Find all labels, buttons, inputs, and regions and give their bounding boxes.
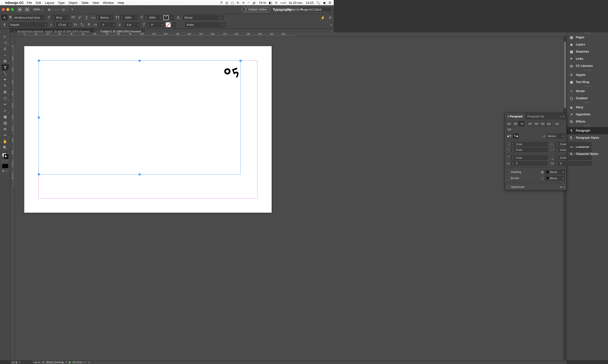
screen-mode-preview[interactable]: ▢ xyxy=(5,169,9,172)
app-name[interactable]: InDesign CC xyxy=(5,1,24,4)
pen-tool[interactable]: ✒ xyxy=(2,77,9,83)
menu-help[interactable]: Help xyxy=(118,1,124,4)
volume-icon[interactable]: 🔊 xyxy=(252,1,256,4)
font-size-spinner[interactable]: ▲▼ xyxy=(52,15,55,20)
paragraph-mode-icon[interactable]: ¶ xyxy=(1,22,8,28)
menu-file[interactable]: File xyxy=(27,1,32,4)
wifi-icon[interactable]: ⌔ xyxy=(248,1,249,4)
character-mode-icon[interactable]: A xyxy=(1,15,8,20)
menu-layout[interactable]: Layout xyxy=(45,1,54,4)
zoom-tool[interactable]: 🔍 xyxy=(2,145,9,151)
kerning-spinner[interactable]: ▲▼ xyxy=(96,15,99,20)
gradient-feather-tool[interactable]: ▨ xyxy=(2,120,9,126)
siri-icon[interactable]: ◉ xyxy=(323,1,326,4)
menu-view[interactable]: View xyxy=(92,1,99,4)
keyboard-layout-icon[interactable]: ܠܫܢܐ xyxy=(280,1,286,4)
free-transform-tool[interactable]: ⤢ xyxy=(2,107,9,114)
menubar-date[interactable]: tis 20 nov. xyxy=(289,1,303,4)
page-tool[interactable]: ⎘ xyxy=(2,46,9,52)
menu-edit[interactable]: Edit xyxy=(36,1,41,4)
skew-dropdown[interactable]: ▾ xyxy=(161,22,164,27)
screen-mode-icon[interactable]: ▭▾ xyxy=(54,7,60,12)
font-family-dropdown[interactable]: ▾ xyxy=(42,15,45,20)
vscale-input[interactable] xyxy=(123,15,134,20)
vscale-spinner[interactable]: ▲▼ xyxy=(120,15,123,20)
note-tool[interactable]: ✉ xyxy=(2,126,9,132)
horizontal-ruler[interactable]: 0102030405060708090100110120130140150160… xyxy=(15,32,334,37)
strikethrough-icon[interactable]: T xyxy=(86,23,91,27)
gradient-swatch-tool[interactable]: ▦ xyxy=(2,114,9,120)
cc-status-icon[interactable]: ◎ xyxy=(225,1,228,4)
superscript-icon[interactable]: T1 xyxy=(77,15,83,20)
selection-tool[interactable]: ▷ xyxy=(2,33,9,39)
menubar-time[interactable]: 14:15 xyxy=(306,1,313,4)
pencil-tool[interactable]: ✎ xyxy=(2,83,9,89)
menu-object[interactable]: Object xyxy=(68,1,78,4)
timemachine-icon[interactable]: ↻ xyxy=(237,1,239,4)
skew-input[interactable] xyxy=(150,22,161,27)
stroke-more[interactable]: › xyxy=(172,22,176,27)
content-collector-tool[interactable]: ⊞ xyxy=(2,58,9,64)
font-family-input[interactable] xyxy=(13,15,42,20)
text-fill-swatch[interactable]: T xyxy=(163,15,169,20)
leading-dropdown[interactable]: ▾ xyxy=(68,22,71,27)
gap-tool[interactable]: ↔ xyxy=(2,52,9,58)
control-settings-icon[interactable]: ⚙ xyxy=(329,16,332,20)
stock-button[interactable]: St xyxy=(24,7,30,12)
bluetooth-icon[interactable]: ✳ xyxy=(242,1,245,4)
underline-icon[interactable]: T xyxy=(84,16,89,20)
canvas[interactable]: ܟܘ xyxy=(15,37,334,200)
hscale-dropdown[interactable]: ▾ xyxy=(159,15,162,20)
font-style-input[interactable] xyxy=(9,22,44,27)
rectangle-tool[interactable]: ▢ xyxy=(2,95,9,101)
battery-icon[interactable]: ▮▯ xyxy=(269,1,272,4)
font-size-dropdown[interactable]: ▾ xyxy=(66,15,69,20)
fill-more[interactable]: › xyxy=(170,15,174,20)
tracking-spinner[interactable]: ▲▼ xyxy=(98,22,101,27)
hand-tool[interactable]: ✋ xyxy=(2,139,9,145)
formatting-text-icon[interactable]: T xyxy=(5,160,9,163)
leading-spinner[interactable]: ▲▼ xyxy=(54,22,57,27)
formatting-container-icon[interactable]: ▢ xyxy=(2,160,5,163)
line-tool[interactable]: ╲ xyxy=(2,70,9,77)
fill-stroke-control[interactable] xyxy=(2,153,9,159)
vertical-ruler[interactable]: 0102030405060708090100110 xyxy=(11,37,15,200)
tracking-input[interactable] xyxy=(101,22,112,27)
window-close[interactable] xyxy=(2,8,5,11)
allcaps-icon[interactable]: TT xyxy=(71,16,76,20)
leading-input[interactable] xyxy=(57,22,68,27)
smallcaps-icon[interactable]: Tᴛ xyxy=(73,23,78,27)
arrange-icon[interactable]: ▤▾ xyxy=(61,7,68,12)
menu-table[interactable]: Table xyxy=(81,1,89,4)
rectangle-frame-tool[interactable]: ⊠ xyxy=(2,89,9,95)
subscript-icon[interactable]: T1 xyxy=(79,23,85,27)
direct-selection-tool[interactable]: ◁ xyxy=(2,39,9,46)
apply-color-icon[interactable] xyxy=(2,164,8,168)
character-style-dropdown[interactable]: [None] xyxy=(183,15,219,20)
airplay-icon[interactable]: ▢ xyxy=(231,1,234,4)
language-dropdown[interactable]: Arabic xyxy=(185,22,221,27)
menu-window[interactable]: Window xyxy=(103,1,114,4)
kerning-dropdown[interactable]: ▾ xyxy=(110,15,114,20)
eyedropper-tool[interactable]: ✑ xyxy=(2,132,9,139)
baseline-input[interactable] xyxy=(126,22,137,27)
baseline-spinner[interactable]: ▲▼ xyxy=(122,22,126,27)
hscale-input[interactable] xyxy=(148,15,159,20)
skew-spinner[interactable]: ▲▼ xyxy=(146,22,150,27)
font-size-input[interactable] xyxy=(55,15,66,20)
notification-icon[interactable]: ☰ xyxy=(328,1,331,4)
view-options-icon[interactable]: ▦▾ xyxy=(46,7,53,12)
font-style-dropdown[interactable]: ▾ xyxy=(44,22,47,27)
quick-apply-icon[interactable]: ⚡ xyxy=(320,15,325,20)
ruler-origin[interactable] xyxy=(11,32,15,37)
vscale-dropdown[interactable]: ▾ xyxy=(134,15,138,20)
hscale-spinner[interactable]: ▲▼ xyxy=(144,15,148,20)
tracking-dropdown[interactable]: ▾ xyxy=(112,22,116,27)
language-dd[interactable]: ▾ xyxy=(222,22,225,27)
scissors-tool[interactable]: ✂ xyxy=(2,101,9,107)
gpu-icon[interactable]: ✈ xyxy=(69,7,76,12)
character-style-dd[interactable]: ▾ xyxy=(220,15,223,20)
window-minimize[interactable] xyxy=(6,8,9,11)
kerning-input[interactable] xyxy=(99,15,110,20)
bridge-button[interactable]: Br xyxy=(17,7,23,12)
